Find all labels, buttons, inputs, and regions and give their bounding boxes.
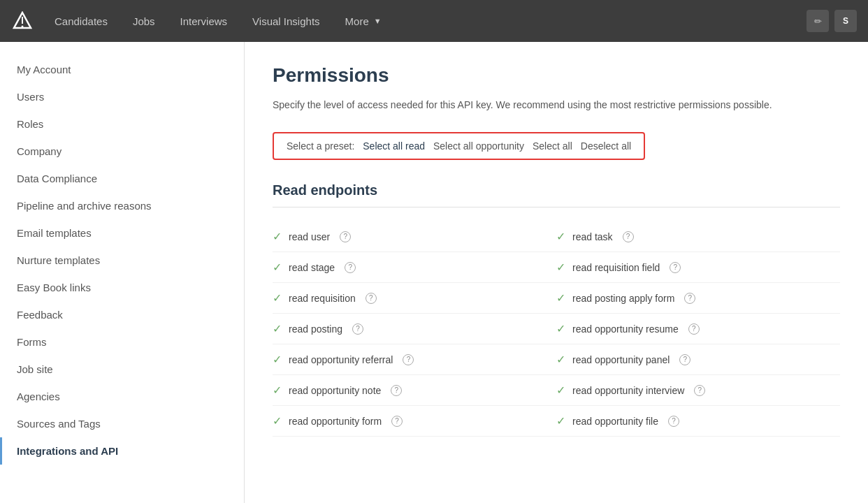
check-icon: ✓ (273, 353, 282, 366)
pencil-icon: ✏ (814, 16, 822, 27)
endpoint-name: read opportunity file (572, 416, 658, 427)
app-logo (11, 10, 34, 32)
sidebar-item-easy-book-links[interactable]: Easy Book links (0, 274, 244, 301)
sidebar-item-feedback[interactable]: Feedback (0, 301, 244, 328)
sidebar-item-integrations-api[interactable]: Integrations and API (0, 437, 244, 465)
endpoint-name: read posting apply form (572, 293, 674, 304)
endpoint-read-requisition-field: ✓ read requisition field ? (556, 252, 840, 283)
endpoint-read-stage: ✓ read stage ? (273, 252, 556, 283)
help-badge[interactable]: ? (679, 354, 690, 365)
check-icon: ✓ (556, 353, 565, 366)
endpoint-read-opportunity-interview: ✓ read opportunity interview ? (556, 375, 840, 406)
help-badge[interactable]: ? (345, 262, 356, 273)
check-icon: ✓ (556, 291, 565, 305)
nav-interviews[interactable]: Interviews (171, 10, 238, 33)
endpoint-name: read opportunity panel (572, 354, 670, 365)
select-all-read-link[interactable]: Select all read (363, 140, 425, 152)
check-icon: ✓ (556, 261, 565, 274)
check-icon: ✓ (556, 414, 565, 428)
settings-sidebar: My Account Users Roles Company Data Comp… (0, 42, 245, 503)
endpoint-name: read opportunity referral (289, 354, 393, 365)
edit-icon-button[interactable]: ✏ (806, 10, 829, 32)
help-badge[interactable]: ? (391, 385, 402, 396)
nav-candidates[interactable]: Candidates (45, 10, 117, 33)
sidebar-item-users[interactable]: Users (0, 83, 244, 110)
endpoint-name: read task (572, 231, 613, 242)
sidebar-item-roles[interactable]: Roles (0, 110, 244, 138)
endpoint-read-posting: ✓ read posting ? (273, 314, 556, 344)
sidebar-item-company[interactable]: Company (0, 138, 244, 165)
svg-point-2 (22, 26, 24, 28)
page-layout: My Account Users Roles Company Data Comp… (0, 42, 868, 503)
user-icon: S (843, 16, 848, 26)
select-all-link[interactable]: Select all (533, 140, 572, 152)
nav-jobs[interactable]: Jobs (123, 10, 165, 33)
help-badge[interactable]: ? (670, 262, 681, 273)
help-badge[interactable]: ? (352, 323, 363, 335)
sidebar-item-my-account[interactable]: My Account (0, 56, 244, 83)
endpoint-read-opportunity-resume: ✓ read opportunity resume ? (556, 314, 840, 344)
check-icon: ✓ (273, 230, 282, 243)
endpoint-read-opportunity-panel: ✓ read opportunity panel ? (556, 344, 840, 375)
check-icon: ✓ (273, 322, 282, 335)
endpoint-name: read opportunity interview (572, 385, 684, 396)
page-title: Permissions (273, 64, 840, 87)
endpoint-read-requisition: ✓ read requisition ? (273, 283, 556, 314)
user-avatar-button[interactable]: S (834, 10, 857, 32)
endpoint-read-opportunity-referral: ✓ read opportunity referral ? (273, 344, 556, 375)
sidebar-item-email-templates[interactable]: Email templates (0, 219, 244, 247)
check-icon: ✓ (273, 291, 282, 305)
endpoint-read-user: ✓ read user ? (273, 221, 556, 252)
nav-visual-insights[interactable]: Visual Insights (243, 10, 329, 33)
check-icon: ✓ (273, 384, 282, 397)
sidebar-item-forms[interactable]: Forms (0, 328, 244, 356)
help-badge[interactable]: ? (340, 231, 351, 242)
sidebar-item-agencies[interactable]: Agencies (0, 383, 244, 410)
endpoint-name: read opportunity form (289, 416, 382, 427)
endpoint-name: read opportunity note (289, 385, 381, 396)
select-all-opportunity-link[interactable]: Select all opportunity (433, 140, 524, 152)
top-navigation: Candidates Jobs Interviews Visual Insigh… (0, 0, 868, 42)
check-icon: ✓ (273, 414, 282, 428)
help-badge[interactable]: ? (694, 385, 705, 396)
sidebar-item-sources-tags[interactable]: Sources and Tags (0, 410, 244, 437)
sidebar-item-nurture-templates[interactable]: Nurture templates (0, 247, 244, 274)
help-badge[interactable]: ? (688, 323, 700, 335)
endpoint-read-posting-apply-form: ✓ read posting apply form ? (556, 283, 840, 314)
endpoint-name: read stage (289, 262, 335, 273)
preset-label-text: Select a preset: (287, 140, 354, 152)
endpoint-read-opportunity-note: ✓ read opportunity note ? (273, 375, 556, 406)
main-content: Permissions Specify the level of access … (245, 42, 868, 503)
check-icon: ✓ (556, 230, 565, 243)
endpoint-read-opportunity-file: ✓ read opportunity file ? (556, 406, 840, 437)
endpoint-name: read posting (289, 323, 342, 335)
endpoint-read-opportunity-form: ✓ read opportunity form ? (273, 406, 556, 437)
endpoint-name: read user (289, 231, 330, 242)
help-badge[interactable]: ? (684, 293, 695, 304)
endpoints-grid: ✓ read user ? ✓ read task ? ✓ read stage… (273, 221, 840, 437)
deselect-all-link[interactable]: Deselect all (581, 140, 631, 152)
check-icon: ✓ (273, 261, 282, 274)
endpoint-name: read requisition field (572, 262, 660, 273)
endpoint-name: read requisition (289, 293, 356, 304)
help-badge[interactable]: ? (403, 354, 414, 365)
nav-right-actions: ✏ S (806, 10, 857, 32)
check-icon: ✓ (556, 384, 565, 397)
sidebar-item-pipeline[interactable]: Pipeline and archive reasons (0, 192, 244, 219)
preset-selector: Select a preset: Select all read Select … (273, 132, 645, 160)
help-badge[interactable]: ? (668, 416, 679, 427)
page-description: Specify the level of access needed for t… (273, 98, 840, 112)
read-endpoints-title: Read endpoints (273, 182, 840, 207)
endpoint-name: read opportunity resume (572, 323, 679, 335)
sidebar-item-data-compliance[interactable]: Data Compliance (0, 165, 244, 192)
sidebar-item-job-site[interactable]: Job site (0, 356, 244, 383)
help-badge[interactable]: ? (366, 293, 377, 304)
help-badge[interactable]: ? (623, 231, 634, 242)
help-badge[interactable]: ? (391, 416, 403, 427)
endpoint-read-task: ✓ read task ? (556, 221, 840, 252)
chevron-down-icon: ▼ (374, 17, 382, 25)
check-icon: ✓ (556, 322, 565, 335)
nav-more[interactable]: More ▼ (335, 10, 391, 33)
